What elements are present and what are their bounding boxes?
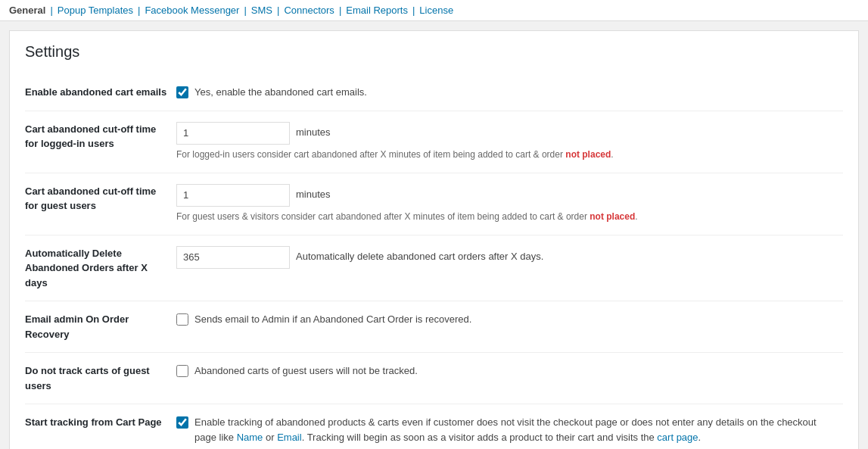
minutes-label-guest: minutes: [296, 187, 331, 203]
inline-row-auto-delete: Automatically delete abandoned cart orde…: [176, 246, 835, 269]
inline-row-guest: minutes: [176, 184, 835, 207]
label-auto-delete: Automatically Delete Abandoned Orders af…: [25, 235, 176, 301]
checkbox-label-email-admin: Sends email to Admin if an Abandoned Car…: [194, 312, 471, 327]
checkbox-enable-abandoned-cart[interactable]: [176, 86, 188, 98]
auto-delete-desc: Automatically delete abandoned cart orde…: [296, 249, 543, 265]
label-start-tracking-cart-page: Start tracking from Cart Page: [25, 404, 176, 449]
row-cart-cutoff-guest: Cart abandoned cut-off time for guest us…: [25, 173, 843, 235]
input-cutoff-logged-in[interactable]: [176, 122, 290, 145]
link-text-name: Name: [237, 432, 263, 443]
nav-item-facebook-messenger[interactable]: Facebook Messenger: [145, 5, 239, 16]
row-enable-abandoned-cart-emails: Enable abandoned cart emails Yes, enable…: [25, 74, 843, 111]
input-cutoff-guest[interactable]: [176, 184, 290, 207]
label-email-admin-recovery: Email admin On Order Recovery: [25, 301, 176, 353]
label-do-not-track-guest: Do not track carts of guest users: [25, 353, 176, 404]
label-cart-cutoff-logged-in: Cart abandoned cut-off time for logged-i…: [25, 111, 176, 173]
nav-item-email-reports[interactable]: Email Reports: [346, 5, 408, 16]
checkbox-row-start-tracking: Enable tracking of abandoned products & …: [176, 415, 835, 444]
checkbox-label-enable: Yes, enable the abandoned cart emails.: [194, 85, 367, 100]
row-email-admin-recovery: Email admin On Order Recovery Sends emai…: [25, 301, 843, 353]
nav-item-sms[interactable]: SMS: [251, 5, 272, 16]
nav-item-license[interactable]: License: [419, 5, 453, 16]
row-auto-delete: Automatically Delete Abandoned Orders af…: [25, 235, 843, 301]
help-red-guest: not placed: [590, 211, 635, 222]
value-email-admin-recovery: Sends email to Admin if an Abandoned Car…: [176, 301, 843, 353]
link-text-email: Email: [277, 432, 302, 443]
nav-bar: General | Popup Templates | Facebook Mes…: [0, 0, 868, 21]
nav-sep-3: |: [244, 5, 246, 16]
value-do-not-track-guest: Abandoned carts of guest users will not …: [176, 353, 843, 404]
checkbox-email-admin-recovery[interactable]: [176, 313, 188, 326]
row-cart-cutoff-logged-in: Cart abandoned cut-off time for logged-i…: [25, 111, 843, 173]
label-cart-cutoff-guest: Cart abandoned cut-off time for guest us…: [25, 173, 176, 235]
checkbox-row-do-not-track-guest: Abandoned carts of guest users will not …: [176, 363, 835, 379]
value-enable-abandoned-cart-emails: Yes, enable the abandoned cart emails.: [176, 74, 843, 111]
input-auto-delete-days[interactable]: [176, 246, 290, 269]
settings-panel: Settings Enable abandoned cart emails Ye…: [9, 30, 859, 449]
link-text-cart-page: cart page: [657, 432, 698, 443]
help-red-logged-in: not placed: [565, 149, 611, 160]
value-cart-cutoff-guest: minutes For guest users & visitors consi…: [176, 173, 843, 235]
settings-table: Enable abandoned cart emails Yes, enable…: [25, 74, 843, 449]
settings-title: Settings: [25, 43, 843, 61]
minutes-label-logged-in: minutes: [296, 125, 331, 141]
value-start-tracking-cart-page: Enable tracking of abandoned products & …: [176, 404, 843, 449]
help-cutoff-logged-in: For logged-in users consider cart abando…: [176, 148, 835, 162]
nav-item-popup-templates[interactable]: Popup Templates: [58, 5, 133, 16]
checkbox-label-do-not-track-guest: Abandoned carts of guest users will not …: [194, 363, 418, 379]
nav-item-connectors[interactable]: Connectors: [284, 5, 334, 16]
nav-sep-2: |: [138, 5, 140, 16]
row-do-not-track-guest: Do not track carts of guest users Abando…: [25, 353, 843, 404]
checkbox-row-email-admin: Sends email to Admin if an Abandoned Car…: [176, 312, 835, 327]
value-auto-delete: Automatically delete abandoned cart orde…: [176, 235, 843, 301]
nav-sep-4: |: [277, 5, 279, 16]
value-cart-cutoff-logged-in: minutes For logged-in users consider car…: [176, 111, 843, 173]
checkbox-start-tracking-cart-page[interactable]: [176, 416, 188, 429]
nav-sep-6: |: [412, 5, 415, 16]
help-cutoff-guest: For guest users & visitors consider cart…: [176, 210, 835, 224]
nav-sep-5: |: [339, 5, 341, 16]
nav-sep-1: |: [50, 5, 52, 16]
label-enable-abandoned-cart-emails: Enable abandoned cart emails: [25, 74, 176, 111]
checkbox-row-enable: Yes, enable the abandoned cart emails.: [176, 85, 835, 100]
page-wrapper: General | Popup Templates | Facebook Mes…: [0, 0, 868, 449]
checkbox-do-not-track-guest[interactable]: [176, 365, 188, 377]
nav-item-general[interactable]: General: [9, 5, 45, 16]
row-start-tracking-cart-page: Start tracking from Cart Page Enable tra…: [25, 404, 843, 449]
inline-row-logged-in: minutes: [176, 122, 835, 145]
checkbox-label-start-tracking: Enable tracking of abandoned products & …: [194, 415, 835, 444]
